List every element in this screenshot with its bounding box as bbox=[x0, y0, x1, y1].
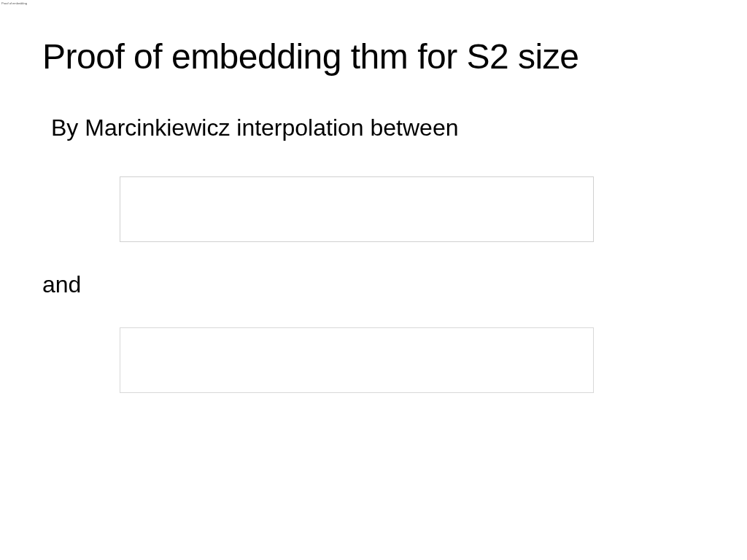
body-line-1: By Marcinkiewicz interpolation between bbox=[51, 114, 705, 141]
slide-title: Proof of embedding thm for S2 size bbox=[42, 36, 705, 77]
empty-placeholder-box-2 bbox=[120, 327, 594, 393]
empty-placeholder-box-1 bbox=[120, 176, 594, 242]
slide-content: Proof of embedding thm for S2 size By Ma… bbox=[0, 0, 747, 393]
header-small-label: Proof of embedding bbox=[1, 1, 27, 5]
body-line-and: and bbox=[42, 271, 705, 298]
